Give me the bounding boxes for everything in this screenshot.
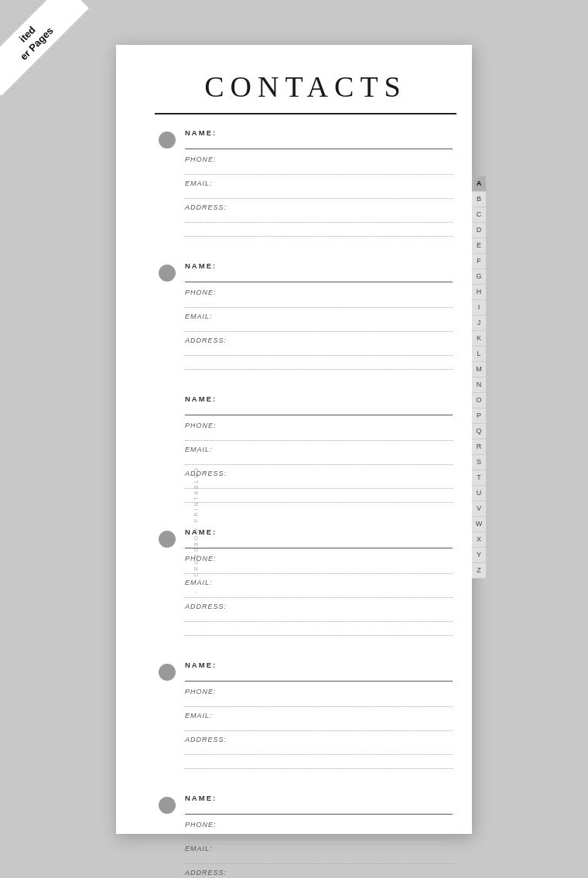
email-label-2: Email: — [185, 313, 453, 321]
phone-row-2: Phone: — [185, 289, 453, 311]
email-label-4: Email: — [185, 579, 453, 587]
alpha-tab-O[interactable]: O — [472, 393, 486, 408]
ring-hole-2 — [159, 265, 176, 282]
corner-banner: ited er Pages — [0, 0, 101, 101]
entry-fields-1: NAME:Phone:Email:Address: — [185, 128, 453, 241]
name-label-4: NAME: — [185, 528, 453, 536]
name-line-6[interactable] — [185, 802, 453, 815]
phone-label-5: Phone: — [185, 688, 453, 696]
address-row-4: Address: — [185, 603, 453, 625]
phone-label-6: Phone: — [185, 821, 453, 829]
address-line-4[interactable] — [185, 611, 453, 622]
extra-line-3 — [185, 494, 453, 503]
name-line-5[interactable] — [185, 669, 453, 682]
phone-row-5: Phone: — [185, 688, 453, 710]
entry-fields-4: NAME:Phone:Email:Address: — [185, 528, 453, 641]
page-content: ↑ CROSSBOW PRINTABLES ↓ ABCDEFGHIJKLMNOP… — [116, 114, 472, 879]
ring-hole-5 — [159, 664, 176, 681]
phone-row-1: Phone: — [185, 155, 453, 178]
alphabet-tabs: ABCDEFGHIJKLMNOPQRSTUVWXYZ — [472, 176, 486, 579]
alpha-tab-L[interactable]: L — [472, 347, 486, 362]
contact-entry-6: NAME:Phone:Email:Address: — [159, 787, 453, 879]
email-line-4[interactable] — [185, 587, 453, 598]
alpha-tab-B[interactable]: B — [472, 192, 486, 207]
alpha-tab-K[interactable]: K — [472, 331, 486, 347]
alpha-tab-E[interactable]: E — [472, 238, 486, 254]
phone-line-4[interactable] — [185, 563, 453, 574]
contact-entry-1: NAME:Phone:Email:Address: — [159, 122, 453, 241]
alpha-tab-W[interactable]: W — [472, 517, 486, 532]
phone-line-3[interactable] — [185, 430, 453, 441]
phone-row-4: Phone: — [185, 555, 453, 577]
ring-hole-6 — [159, 797, 176, 814]
phone-label-1: Phone: — [185, 155, 453, 164]
address-line-3[interactable] — [185, 478, 453, 489]
alpha-tab-Q[interactable]: Q — [472, 424, 486, 439]
name-line-2[interactable] — [185, 270, 453, 282]
name-line-3[interactable] — [185, 403, 453, 415]
alpha-tab-H[interactable]: H — [472, 285, 486, 300]
entry-fields-3: NAME:Phone:Email:Address: — [185, 395, 453, 507]
extra-line-5 — [185, 760, 453, 769]
email-row-3: Email: — [185, 446, 453, 468]
name-line-1[interactable] — [185, 137, 453, 149]
alpha-tab-M[interactable]: M — [472, 362, 486, 378]
alpha-tab-U[interactable]: U — [472, 486, 486, 501]
email-line-1[interactable] — [185, 188, 453, 199]
name-label-1: NAME: — [185, 128, 453, 137]
alpha-tab-V[interactable]: V — [472, 501, 486, 517]
alpha-tab-C[interactable]: C — [472, 207, 486, 223]
entry-fields-5: NAME:Phone:Email:Address: — [185, 661, 453, 774]
address-row-3: Address: — [185, 470, 453, 492]
name-row-5: NAME: — [185, 661, 453, 686]
alpha-tab-F[interactable]: F — [472, 254, 486, 269]
email-line-6[interactable] — [185, 853, 453, 864]
contact-entry-4: NAME:Phone:Email:Address: — [159, 521, 453, 641]
name-line-4[interactable] — [185, 536, 453, 548]
alpha-tab-Y[interactable]: Y — [472, 548, 486, 563]
email-row-1: Email: — [185, 179, 453, 202]
entry-fields-6: NAME:Phone:Email:Address: — [185, 794, 453, 879]
alpha-tab-A[interactable]: A — [472, 176, 486, 192]
alpha-tab-D[interactable]: D — [472, 223, 486, 238]
alpha-tab-S[interactable]: S — [472, 455, 486, 470]
address-row-6: Address: — [185, 869, 453, 879]
alpha-tab-P[interactable]: P — [472, 408, 486, 424]
corner-banner-text: ited er Pages — [0, 0, 89, 96]
name-row-6: NAME: — [185, 794, 453, 819]
alpha-tab-G[interactable]: G — [472, 269, 486, 285]
alpha-tab-J[interactable]: J — [472, 316, 486, 331]
address-line-2[interactable] — [185, 345, 453, 356]
address-row-1: Address: — [185, 203, 453, 226]
email-row-4: Email: — [185, 579, 453, 601]
email-line-5[interactable] — [185, 720, 453, 731]
address-line-5[interactable] — [185, 744, 453, 755]
address-label-2: Address: — [185, 337, 453, 345]
alpha-tab-R[interactable]: R — [472, 439, 486, 455]
page-card: CONTACTS ↑ CROSSBOW PRINTABLES ↓ ABCDEFG… — [116, 45, 472, 834]
email-line-3[interactable] — [185, 454, 453, 465]
alpha-tab-X[interactable]: X — [472, 532, 486, 548]
phone-line-5[interactable] — [185, 696, 453, 707]
alpha-tab-I[interactable]: I — [472, 300, 486, 316]
contact-entry-5: NAME:Phone:Email:Address: — [159, 654, 453, 774]
contacts-list: NAME:Phone:Email:Address:NAME:Phone:Emai… — [116, 122, 472, 879]
phone-line-1[interactable] — [185, 164, 453, 175]
phone-line-2[interactable] — [185, 297, 453, 308]
name-row-3: NAME: — [185, 395, 453, 420]
alpha-tab-Z[interactable]: Z — [472, 563, 486, 579]
address-row-5: Address: — [185, 736, 453, 758]
address-line-1[interactable] — [185, 212, 453, 223]
email-line-2[interactable] — [185, 321, 453, 332]
alpha-tab-T[interactable]: T — [472, 470, 486, 486]
name-label-3: NAME: — [185, 395, 453, 403]
alpha-tab-N[interactable]: N — [472, 378, 486, 393]
entry-fields-2: NAME:Phone:Email:Address: — [185, 261, 453, 374]
phone-row-6: Phone: — [185, 821, 453, 843]
email-label-6: Email: — [185, 845, 453, 853]
phone-line-6[interactable] — [185, 829, 453, 840]
email-row-5: Email: — [185, 712, 453, 734]
email-label-3: Email: — [185, 446, 453, 454]
address-label-4: Address: — [185, 603, 453, 611]
ring-hole-4 — [159, 531, 176, 548]
